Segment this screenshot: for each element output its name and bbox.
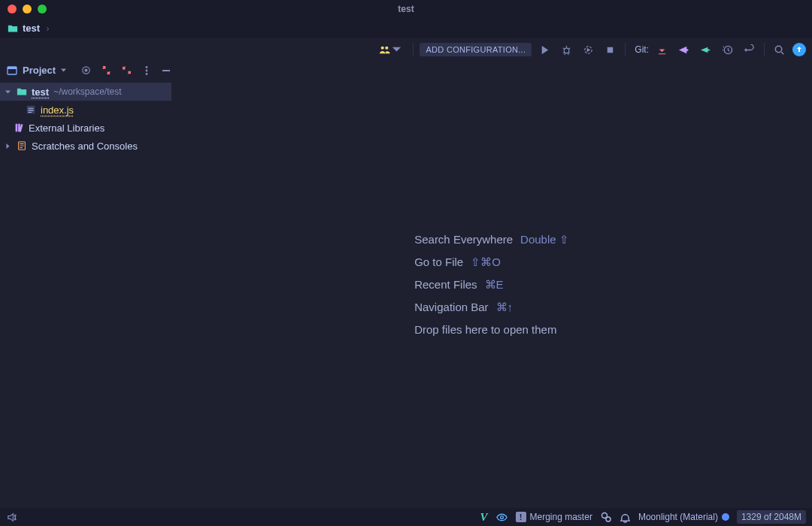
svg-point-2 (565, 48, 570, 53)
git-label: Git: (635, 44, 649, 55)
toolbar-separator (764, 43, 765, 56)
project-view-label: Project (23, 65, 56, 76)
tool-window-options-button[interactable] (140, 64, 153, 77)
svg-rect-4 (607, 47, 614, 53)
expand-all-button[interactable] (99, 63, 114, 77)
close-window-button[interactable] (8, 5, 17, 14)
chevron-down-icon (60, 67, 67, 74)
search-everywhere-button[interactable] (771, 43, 788, 57)
hint-navigation-bar: Navigation Bar ⌘↑ (414, 301, 513, 314)
tree-file-name: index.js (41, 104, 74, 116)
code-with-me-button[interactable] (376, 43, 407, 57)
traffic-lights (8, 5, 47, 14)
minimize-window-button[interactable] (23, 5, 32, 14)
chevron-right-icon: › (46, 23, 49, 34)
warning-icon: ! (516, 512, 526, 522)
ide-update-button[interactable] (792, 43, 806, 56)
theme-color-icon (722, 513, 729, 521)
svg-point-6 (775, 46, 781, 52)
project-tree: test ~/workspace/test index.js External … (0, 81, 171, 156)
svg-point-19 (606, 517, 611, 521)
chevron-down-icon (3, 89, 12, 95)
svg-point-13 (146, 73, 148, 75)
svg-point-11 (146, 66, 148, 68)
toolbar-separator (413, 43, 414, 56)
chevron-right-icon (3, 143, 12, 150)
folder-icon (17, 86, 27, 97)
notifications-widget[interactable] (620, 512, 631, 523)
theme-label: Moonlight (Material) (638, 512, 718, 522)
git-commit-button[interactable] (675, 43, 692, 57)
folder-icon (8, 23, 18, 34)
git-history-button[interactable] (719, 43, 736, 57)
hint-drop-files: Drop files here to open them (414, 323, 556, 336)
git-branch-widget[interactable]: ! Merging master (516, 512, 592, 522)
background-tasks-widget[interactable] (600, 511, 612, 523)
stop-button[interactable] (601, 43, 619, 57)
tree-root-name: test (32, 86, 49, 98)
run-with-coverage-button[interactable] (580, 43, 597, 57)
editor-hints: Search Everywhere Double ⇧ Go to File ⇧⌘… (414, 233, 569, 336)
navigation-bar: test › (0, 18, 812, 39)
theme-widget[interactable]: Moonlight (Material) (638, 512, 729, 522)
hint-search-everywhere: Search Everywhere Double ⇧ (414, 233, 569, 246)
add-configuration-button[interactable]: ADD CONFIGURATION... (420, 43, 532, 56)
select-opened-file-button[interactable] (79, 63, 93, 77)
presentation-assistant-button[interactable] (6, 512, 17, 523)
breadcrumb-project: test (23, 23, 40, 34)
hint-go-to-file: Go to File ⇧⌘O (414, 255, 501, 269)
js-file-icon (26, 104, 36, 115)
inspections-widget[interactable] (495, 511, 508, 524)
tree-file-node[interactable]: index.js (0, 101, 171, 119)
debug-button[interactable] (558, 43, 575, 57)
vim-status[interactable]: V (480, 511, 488, 524)
tree-external-libraries-node[interactable]: External Libraries (0, 119, 171, 137)
tree-scratches-node[interactable]: Scratches and Consoles (0, 137, 171, 155)
scratches-label: Scratches and Consoles (32, 141, 138, 152)
window-title: test (398, 4, 414, 14)
git-push-button[interactable] (697, 43, 714, 57)
window-titlebar: test (0, 0, 812, 18)
memory-indicator[interactable]: 1329 of 2048M (737, 510, 806, 524)
svg-point-10 (85, 69, 87, 71)
tree-root-node[interactable]: test ~/workspace/test (0, 83, 171, 101)
tree-root-path: ~/workspace/test (53, 86, 121, 97)
svg-point-12 (146, 69, 148, 71)
svg-point-0 (381, 46, 384, 49)
main-toolbar: ADD CONFIGURATION... Git: (0, 39, 812, 60)
project-view-selector[interactable]: Project (6, 65, 67, 77)
svg-rect-8 (8, 67, 17, 69)
svg-point-1 (386, 46, 389, 49)
svg-point-17 (500, 515, 503, 518)
run-button[interactable] (536, 43, 553, 57)
library-icon (14, 122, 24, 133)
scratches-icon (17, 141, 27, 151)
project-tool-window: Project (0, 60, 171, 508)
status-bar: V ! Merging master Moonlight (Material) … (0, 508, 812, 526)
external-libraries-label: External Libraries (29, 122, 105, 134)
git-update-button[interactable] (653, 43, 671, 57)
svg-rect-14 (162, 70, 170, 71)
toolbar-separator (625, 43, 626, 56)
git-branch-label: Merging master (530, 512, 592, 522)
vim-icon: V (480, 511, 488, 524)
breadcrumb[interactable]: test › (8, 23, 49, 34)
editor-empty-state[interactable]: Search Everywhere Double ⇧ Go to File ⇧⌘… (171, 60, 812, 508)
zoom-window-button[interactable] (38, 5, 47, 14)
collapse-all-button[interactable] (120, 63, 134, 77)
git-rollback-button[interactable] (741, 43, 758, 57)
hint-recent-files: Recent Files ⌘E (414, 278, 503, 292)
project-view-header: Project (0, 60, 171, 81)
